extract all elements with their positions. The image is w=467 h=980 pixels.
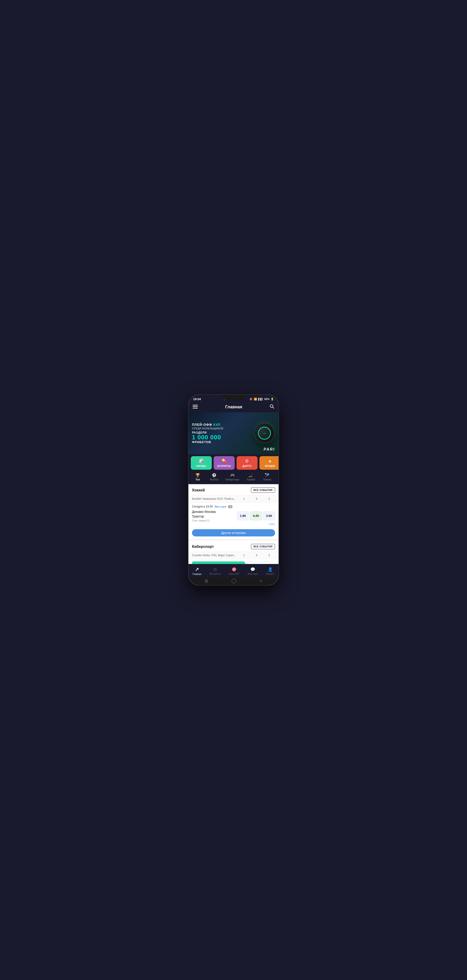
cat-btn-nardy[interactable]: 🎲 НАРДЫ: [191, 456, 212, 470]
cat-btn-bullity[interactable]: 💊 БУЛЛИТЫ: [214, 456, 235, 470]
hockey-match-item: Сегодня в 19:30 Матч дня TV Динамо Москв…: [188, 503, 279, 528]
tab-esports[interactable]: 🎮 Киберспорт: [222, 472, 242, 482]
matches-nav-icon: ⊡: [214, 567, 217, 572]
register-button[interactable]: Зарегистрироваться: [192, 562, 245, 564]
odds-headers: 1 X 2: [238, 497, 275, 501]
nav-home[interactable]: ↗ Главная: [190, 566, 204, 576]
banner-amount: 1 000 000: [192, 434, 252, 440]
odds-buttons: 1.90 4.20 3.80: [237, 511, 275, 520]
series-score: Счет серии 0:1: [192, 519, 237, 522]
phone-screen: 19:04 🖼 🔇 📶 ▌▌▌ 62% 🔋 Главная: [188, 395, 279, 585]
banner-khl: КХЛ: [213, 423, 220, 426]
banner-playoff: ПЛЕЙ-ОФФ КХЛ: [192, 423, 220, 427]
match-teams-odds: Динамо Москва Трактор Счет серии 0:1 1.9…: [192, 510, 275, 522]
main-content: Хоккей ВСЕ СОБЫТИЯ Фонбет Чемпионат КХЛ.…: [188, 484, 279, 564]
nav-account[interactable]: 👤 Аккаунт: [264, 566, 277, 576]
col1-header: 1: [238, 497, 250, 501]
match-time: Сегодня в 19:30: [192, 505, 213, 508]
puck-inner: →: [258, 427, 271, 440]
darts-label: ДАРТС: [242, 465, 252, 468]
more-count: +1411: [269, 523, 275, 525]
darts-icon: 🎯: [244, 458, 250, 464]
nav-games24[interactable]: 🎯 Игры 24/7: [226, 566, 242, 576]
menu-button[interactable]: [193, 404, 198, 410]
search-button[interactable]: [270, 404, 274, 410]
team1-name: Динамо Москва: [192, 510, 237, 514]
tab-hockey-label: Хоккей: [247, 478, 255, 481]
cat-btn-bridge[interactable]: ♠ БРИДЖ: [260, 456, 279, 470]
tab-top-label: Топ: [195, 478, 200, 481]
banner-text: ПЛЕЙ-ОФФ КХЛ СРЕДИ БОЛЕЛЬЩИКОВ РАЗДЕЛИ 1…: [192, 423, 252, 444]
esports-icon: 🎮: [230, 473, 235, 477]
promo-banner[interactable]: ПЛЕЙ-ОФФ КХЛ СРЕДИ БОЛЕЛЬЩИКОВ РАЗДЕЛИ 1…: [188, 412, 279, 454]
match-teams: Динамо Москва Трактор Счет серии 0:1: [192, 510, 237, 522]
banner-subtitle: СРЕДИ БОЛЕЛЬЩИКОВ: [192, 427, 252, 430]
login-button[interactable]: Войти: [247, 562, 275, 564]
cat-btn-darts[interactable]: 🎯 ДАРТС: [236, 456, 258, 470]
notch: [222, 395, 245, 400]
trophy-icon: 🏆: [195, 473, 200, 477]
games24-nav-icon: 🎯: [232, 567, 236, 572]
tab-esports-label: Киберспорт: [226, 478, 239, 481]
mybets-nav-icon: 💬: [250, 567, 255, 572]
nav-matches[interactable]: ⊡ Все матчи: [207, 566, 223, 576]
odds-2-value: 3.80: [266, 514, 272, 517]
tab-football-label: Футбол: [210, 478, 218, 481]
hockey-section-header: Хоккей ВСЕ СОБЫТИЯ: [188, 484, 279, 495]
col2-header: 2: [263, 497, 275, 501]
bullity-icon: 💊: [222, 458, 227, 464]
page-title: Главная: [225, 405, 242, 409]
bullity-label: БУЛЛИТЫ: [217, 465, 231, 468]
esports-league-info: Counter-Strike. PGL Major Copen... 1 X 2: [192, 554, 275, 557]
other-odds-btn[interactable]: Другие котировки: [192, 529, 275, 536]
hockey-all-events-btn[interactable]: ВСЕ СОБЫТИЯ: [251, 487, 275, 493]
tab-top[interactable]: 🏆 Топ: [190, 472, 206, 482]
esports-league-name: Counter-Strike. PGL Major Copen...: [192, 554, 238, 557]
svg-line-4: [273, 407, 274, 409]
nav-home-label: Главная: [193, 573, 201, 575]
esports-title: Киберспорт: [192, 545, 214, 549]
tab-hockey[interactable]: 🏒 Хоккей: [242, 472, 259, 482]
puck-graphic: →: [254, 423, 275, 444]
tv-symbol: TV: [229, 506, 231, 508]
nav-home-button[interactable]: [232, 579, 236, 583]
category-buttons: 🎲 НАРДЫ 💊 БУЛЛИТЫ 🎯 ДАРТС ♠ БРИДЖ: [188, 454, 279, 472]
odds-x-value: 4.20: [253, 514, 259, 517]
odds-btn-2[interactable]: 3.80: [263, 511, 275, 520]
hockey-icon: 🏒: [249, 473, 253, 477]
bridge-label: БРИДЖ: [265, 465, 275, 468]
esports-section-header: Киберспорт ВСЕ СОБЫТИЯ: [188, 541, 279, 552]
odds-1-value: 1.90: [240, 514, 245, 517]
app-header: Главная: [188, 402, 279, 412]
nardy-icon: 🎲: [199, 458, 204, 464]
more-odds: +1411: [192, 522, 275, 525]
status-time: 19:04: [193, 398, 201, 401]
hockey-title: Хоккей: [192, 488, 205, 492]
odds-btn-1[interactable]: 1.90: [237, 511, 249, 520]
esports-odds-headers: 1 X 2: [238, 554, 275, 557]
football-icon: ⚽: [212, 473, 217, 477]
nav-mybets-label: Мои пари: [247, 573, 258, 575]
league-info: Фонбет Чемпионат КХЛ. Плей-о... 1 X 2: [192, 497, 275, 501]
nav-mybets[interactable]: 💬 Мои пари: [245, 566, 260, 576]
bottom-nav: ↗ Главная ⊡ Все матчи 🎯 Игры 24/7 💬 Мои …: [188, 564, 279, 577]
tab-football[interactable]: ⚽ Футбол: [206, 472, 222, 482]
banner-freebet: ФРИБЕТОВ: [192, 440, 252, 444]
nav-forward-button[interactable]: <: [260, 579, 262, 583]
colX-header: X: [251, 497, 263, 501]
mute-icon: 🔇: [249, 398, 253, 401]
puck-arrow-icon: →: [262, 431, 267, 436]
status-right: 🔇 📶 ▌▌▌ 62% 🔋: [249, 398, 274, 401]
esports-all-events-btn[interactable]: ВСЕ СОБЫТИЯ: [251, 544, 275, 549]
bridge-icon: ♠: [269, 459, 271, 464]
tv-icon: TV: [228, 505, 232, 508]
svg-rect-2: [193, 408, 198, 409]
tab-tennis[interactable]: 🎾 Теннис: [259, 472, 275, 482]
tooltip-container: Другие котировки: [188, 528, 279, 539]
odds-btn-x[interactable]: 4.20: [250, 511, 262, 520]
hockey-section: Хоккей ВСЕ СОБЫТИЯ Фонбет Чемпионат КХЛ.…: [188, 484, 279, 539]
match-time-row: Сегодня в 19:30 Матч дня TV: [192, 505, 275, 508]
scroll-content[interactable]: ПЛЕЙ-ОФФ КХЛ СРЕДИ БОЛЕЛЬЩИКОВ РАЗДЕЛИ 1…: [188, 412, 279, 564]
wifi-icon: 📶: [254, 398, 257, 401]
nav-back-button[interactable]: |||: [205, 579, 208, 583]
